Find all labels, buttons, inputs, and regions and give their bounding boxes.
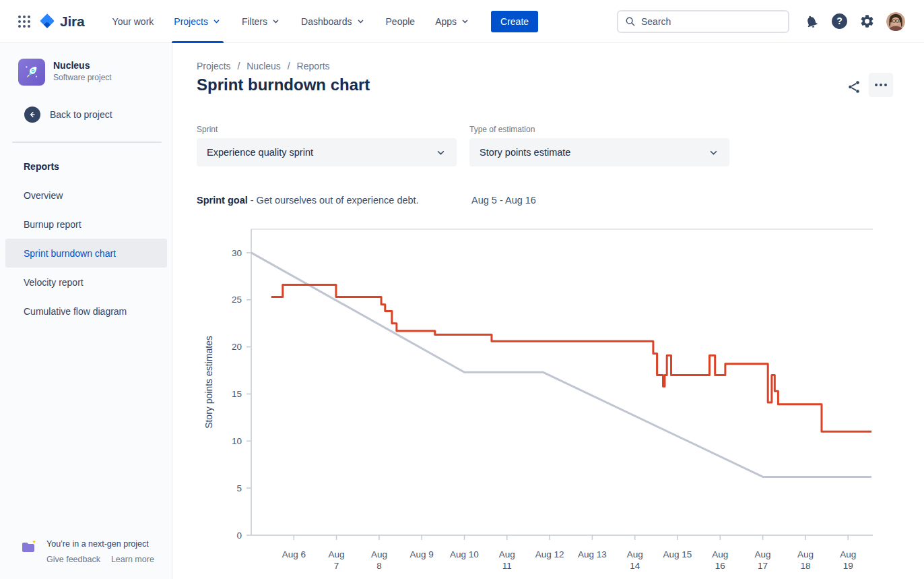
gear-icon [859, 13, 875, 29]
share-button[interactable] [844, 77, 864, 97]
notifications-button[interactable] [802, 12, 821, 31]
chevron-down-icon [211, 16, 222, 26]
chevron-down-icon [356, 16, 366, 26]
project-meta: Nucleus Software project [53, 59, 112, 86]
svg-text:Aug: Aug [797, 549, 814, 559]
reports-menu: Reports Overview Burnup report Sprint bu… [0, 152, 172, 326]
sprint-goal-row: Sprint goal - Get ourselves out of exper… [197, 195, 419, 206]
bell-icon [802, 12, 821, 31]
sprint-dropdown[interactable]: Experience quality sprint [197, 138, 457, 166]
help-button[interactable]: ? [830, 12, 849, 31]
app-switcher-icon[interactable] [13, 11, 35, 32]
sidebar-item-sprint-burndown-chart[interactable]: Sprint burndown chart [5, 239, 167, 268]
svg-text:Aug 9: Aug 9 [410, 549, 434, 559]
sidebar-item-cumulative-flow-diagram[interactable]: Cumulative flow diagram [0, 297, 172, 326]
sidebar-item-velocity-report[interactable]: Velocity report [0, 268, 172, 297]
main-content: Projects / Nucleus / Reports Sprint burn… [173, 43, 924, 579]
avatar-photo [886, 12, 905, 31]
nav-item-projects[interactable]: Projects [164, 0, 232, 43]
nav-item-apps[interactable]: Apps [425, 0, 480, 43]
chevron-down-icon [460, 16, 470, 26]
learn-more-link[interactable]: Learn more [111, 555, 154, 564]
page-title: Sprint burndown chart [197, 75, 370, 94]
svg-text:16: 16 [715, 561, 725, 571]
primary-nav: Your work Projects Filters Dashboards Pe… [102, 0, 480, 43]
project-avatar-rocket-icon [18, 59, 45, 86]
nav-item-label: Projects [174, 16, 208, 27]
share-icon [847, 80, 861, 94]
search-input[interactable] [641, 16, 776, 27]
breadcrumb-separator: / [237, 61, 240, 71]
svg-text:7: 7 [334, 561, 339, 571]
top-nav: Jira Your work Projects Filters Dashboar… [0, 0, 924, 43]
sprint-date-range: Aug 5 - Aug 16 [471, 195, 536, 206]
breadcrumb-reports[interactable]: Reports [297, 61, 330, 71]
breadcrumb: Projects / Nucleus / Reports [197, 61, 330, 71]
sidebar-divider [12, 142, 162, 143]
breadcrumb-separator: / [288, 61, 290, 71]
next-gen-links: Give feedback Learn more [46, 555, 154, 564]
sidebar-section-reports: Reports [0, 152, 172, 181]
svg-text:5: 5 [236, 483, 242, 493]
nav-item-label: Filters [242, 16, 267, 27]
svg-text:0: 0 [236, 530, 242, 541]
svg-text:Aug 10: Aug 10 [450, 549, 479, 559]
nav-right-controls: ? [617, 10, 924, 33]
svg-text:20: 20 [232, 342, 242, 352]
svg-text:Aug: Aug [499, 549, 515, 559]
sidebar-item-burnup-report[interactable]: Burnup report [0, 210, 172, 239]
svg-text:17: 17 [758, 561, 768, 571]
svg-text:?: ? [836, 16, 843, 26]
nav-item-label: People [386, 16, 416, 27]
sprint-field-label: Sprint [197, 125, 218, 134]
svg-text:15: 15 [232, 389, 242, 399]
burndown-chart-svg: 051015202530Aug 6Aug7Aug8Aug 9Aug 10Aug1… [189, 226, 876, 579]
chevron-down-icon [435, 147, 447, 158]
svg-text:14: 14 [630, 561, 640, 571]
project-name: Nucleus [53, 60, 112, 71]
back-to-project-button[interactable]: Back to project [24, 106, 112, 123]
grid-icon [18, 15, 31, 28]
svg-text:Aug: Aug [329, 549, 345, 559]
nav-item-label: Dashboards [301, 16, 352, 27]
sprint-goal-text: - Get ourselves out of experience debt. [251, 195, 419, 206]
create-button[interactable]: Create [491, 11, 538, 32]
svg-text:Aug: Aug [840, 549, 856, 559]
svg-text:19: 19 [843, 561, 853, 571]
jira-logo-icon [39, 13, 56, 30]
svg-text:11: 11 [502, 561, 512, 571]
svg-text:Aug: Aug [627, 549, 643, 559]
svg-text:Aug 6: Aug 6 [282, 549, 306, 559]
nav-item-your-work[interactable]: Your work [102, 0, 164, 43]
nav-item-people[interactable]: People [376, 0, 426, 43]
jira-logo[interactable]: Jira [39, 13, 85, 30]
settings-button[interactable] [857, 12, 876, 31]
burndown-chart: 051015202530Aug 6Aug7Aug8Aug 9Aug 10Aug1… [189, 226, 876, 579]
svg-text:Aug: Aug [371, 549, 387, 559]
svg-text:Aug 12: Aug 12 [535, 549, 564, 559]
next-gen-text: You’re in a next-gen project Give feedba… [46, 539, 154, 564]
svg-text:Story points estimates: Story points estimates [203, 336, 214, 429]
search-icon [625, 16, 636, 27]
estimation-field-label: Type of estimation [469, 125, 535, 134]
svg-text:10: 10 [232, 436, 242, 446]
sidebar-item-overview[interactable]: Overview [0, 181, 172, 210]
give-feedback-link[interactable]: Give feedback [46, 555, 100, 564]
folder-sparkle-icon [21, 539, 37, 555]
project-sidebar: Nucleus Software project Back to project… [0, 43, 172, 579]
svg-text:Aug 13: Aug 13 [578, 549, 607, 559]
project-header: Nucleus Software project [18, 59, 112, 86]
sprint-dropdown-value: Experience quality sprint [207, 147, 313, 158]
breadcrumb-nucleus[interactable]: Nucleus [246, 61, 281, 71]
more-icon [875, 84, 878, 86]
nav-item-dashboards[interactable]: Dashboards [291, 0, 376, 43]
more-actions-button[interactable] [869, 73, 893, 97]
estimation-dropdown-value: Story points estimate [480, 147, 570, 158]
nav-item-filters[interactable]: Filters [232, 0, 291, 43]
breadcrumb-projects[interactable]: Projects [197, 61, 231, 71]
jira-logo-text: Jira [60, 13, 85, 30]
search-box[interactable] [617, 10, 789, 33]
chevron-down-icon [708, 147, 719, 158]
user-avatar[interactable] [885, 11, 906, 32]
estimation-dropdown[interactable]: Story points estimate [469, 138, 729, 166]
